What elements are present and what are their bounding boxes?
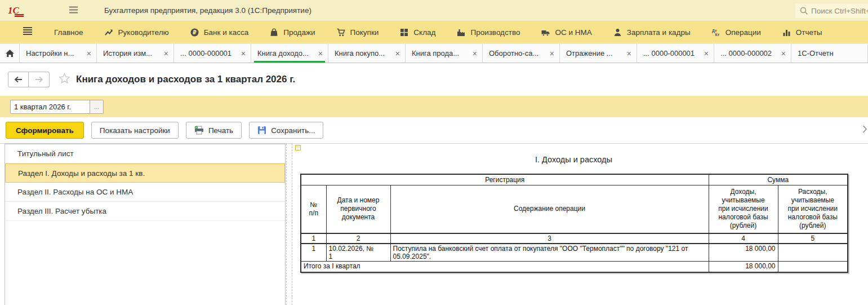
favorite-star-icon[interactable] [59,73,70,86]
tab-nastroyki[interactable]: Настройки н...× [19,44,96,63]
more-actions-chevron-icon[interactable] [862,125,867,136]
menu-item-label: Склад [413,28,435,37]
tab-otrazhenie[interactable]: Отражение ...× [559,44,636,63]
total-label: Итого за I квартал [301,262,709,272]
menu-item-label: Отчеты [796,28,822,37]
group-header-sum: Сумма [709,174,848,185]
period-more-button[interactable]: ... [90,100,104,114]
tab-doc-000001-b[interactable]: ... 0000-000001× [636,44,714,63]
close-icon[interactable]: × [625,50,631,58]
table-total-row[interactable]: Итого за I квартал 18 000,00 [301,262,848,272]
report-content: Титульный лист Раздел I. Доходы и расход… [0,144,868,305]
page-header: Книга доходов и расходов за 1 квартал 20… [0,63,868,96]
tab-doc-000001-a[interactable]: ... 0000-000001× [173,44,251,63]
menu-item-label: Покупки [350,28,379,37]
period-input[interactable] [10,100,90,114]
close-icon[interactable]: × [393,50,400,58]
panel-splitter[interactable] [286,144,292,305]
menu-item-zarplata-i-kadry[interactable]: Зарплата и кадры [613,28,691,37]
tab-doc-000002[interactable]: ... 0000-000002× [714,44,791,63]
tab-1c-otchetnost[interactable]: 1С-Отчетн [791,44,868,63]
menu-item-operacii[interactable]: ДтКт Операции [712,28,761,37]
person-icon [613,28,622,37]
col-header-expense: Расходы, учитываемые при исчислении нало… [778,185,848,233]
home-icon [5,49,15,58]
back-button[interactable] [8,72,29,87]
active-tab-underline [254,61,325,63]
col-number: 2 [326,233,390,244]
menu-item-os-i-nma[interactable]: ОС и НМА [541,28,591,37]
tab-istoriya[interactable]: История изм...× [96,44,173,63]
tab-label: История изм... [103,49,152,58]
menu-item-otchety[interactable]: Отчеты [782,28,822,37]
generate-button[interactable]: Сформировать [6,122,84,139]
search-icon [800,7,808,15]
menu-item-label: ОС и НМА [555,28,591,37]
close-icon[interactable]: × [547,50,554,58]
show-settings-button[interactable]: Показать настройки [91,122,179,139]
close-icon[interactable]: × [470,50,477,58]
grid-icon [400,28,408,37]
forward-button[interactable] [29,72,50,87]
open-windows-tab-bar: Настройки н...× История изм...× ... 0000… [0,43,868,63]
main-menu-icon[interactable] [69,6,78,16]
tab-oborotno-saldovaya[interactable]: Оборотно-са...× [482,44,559,63]
menu-item-label: Зарплата и кадры [627,28,691,37]
search-input[interactable]: Поиск Ctrl+Shift+F [795,3,868,18]
menu-item-proizvodstvo[interactable]: Производство [457,28,520,37]
cell-row-num: 1 [301,244,326,262]
close-icon[interactable]: × [239,50,246,58]
svg-text:Кт: Кт [715,33,719,37]
home-tab[interactable] [0,44,19,63]
tab-kniga-prodazh[interactable]: Книга прода...× [405,44,482,63]
menu-item-bank-i-kassa[interactable]: ₽ Банк и касса [190,28,249,37]
arrow-left-icon [14,76,23,83]
factory-icon [457,28,465,37]
tab-label: Книга прода... [412,49,459,58]
tab-label: Оборотно-са... [489,49,538,58]
report-section-title: I. Доходы и расходы [300,155,847,164]
tab-kniga-dohodov[interactable]: Книга доходо...× [251,44,328,63]
menu-item-rukovoditelyu[interactable]: Руководителю [105,28,169,37]
1c-logo-icon: 1С [8,5,25,17]
tab-label: ... 0000-000002 [720,49,772,58]
table-group-header-row: Регистрация Сумма [301,174,848,185]
section-item-razdel-2[interactable]: Раздел II. Расходы на ОС и НМА [5,183,285,202]
close-icon[interactable]: × [162,50,168,58]
menu-item-glavnoe[interactable]: Главное [54,28,83,37]
menu-item-sklad[interactable]: Склад [400,28,435,37]
col-number: 5 [778,233,848,244]
table-row[interactable]: 1 10.02.2026, № 1 Поступила на банковски… [301,244,848,262]
close-icon[interactable]: × [779,50,786,58]
tab-label: 1С-Отчетн [798,49,834,58]
total-income-value: 18 000,00 [709,262,778,272]
section-item-title-page[interactable]: Титульный лист [5,144,285,163]
col-header-content: Содержание операции [390,185,709,233]
tab-label: ... 0000-000001 [643,49,695,58]
col-header-doc: Дата и номер первичного документа [326,185,390,233]
close-icon[interactable]: × [702,50,709,58]
section-label: Раздел II. Расходы на ОС и НМА [17,188,133,196]
close-icon[interactable]: × [316,50,323,58]
tab-label: ... 0000-000001 [180,49,232,58]
trend-icon [105,28,113,37]
shopping-bag-icon [270,28,278,37]
section-item-razdel-1[interactable]: Раздел I. Доходы и расходы за 1 кв. [5,163,285,183]
income-expense-table[interactable]: Регистрация Сумма № п/п Дата и номер пер… [300,174,848,273]
svg-text:₽: ₽ [193,29,197,36]
menu-item-prodazhi[interactable]: Продажи [270,28,315,37]
cell-anchor-marker [295,145,301,151]
section-item-razdel-3[interactable]: Раздел III. Расчет убытка [5,202,285,221]
tab-label: Книга покупо... [335,49,385,58]
total-expense-value [778,262,848,272]
sections-list-icon[interactable] [23,26,33,38]
save-button[interactable]: Сохранить... [249,122,323,139]
menu-item-label: Производство [470,28,520,37]
close-icon[interactable]: × [84,50,91,58]
save-button-label: Сохранить... [271,126,315,135]
menu-item-pokupki[interactable]: Покупки [337,28,379,37]
print-button[interactable]: Печать [186,122,242,139]
tab-kniga-pokupok[interactable]: Книга покупо...× [328,44,405,63]
group-header-registration: Регистрация [301,174,709,185]
arrow-right-icon [35,76,43,83]
